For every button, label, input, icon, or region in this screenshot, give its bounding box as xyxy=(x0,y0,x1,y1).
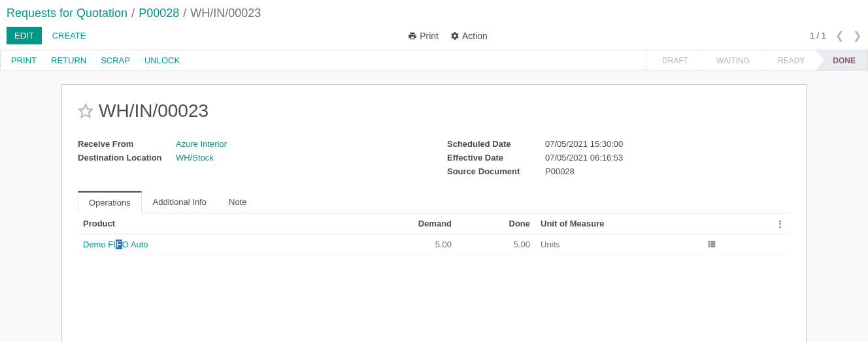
svg-rect-1 xyxy=(709,241,710,242)
effective-date-label: Effective Date xyxy=(447,153,545,163)
page-title: WH/IN/00023 xyxy=(99,101,209,121)
form-sheet-background: WH/IN/00023 Receive From Azure Interior … xyxy=(0,71,868,342)
effective-date-value: 07/05/2021 06:16:53 xyxy=(545,153,623,163)
col-demand[interactable]: Demand xyxy=(352,213,457,234)
source-doc-value: P00028 xyxy=(545,166,575,176)
status-step-waiting[interactable]: WAITING xyxy=(700,50,761,70)
tabs: OperationsAdditional InfoNote xyxy=(78,191,790,213)
status-step-ready[interactable]: READY xyxy=(761,50,816,70)
star-icon[interactable] xyxy=(78,103,93,119)
action-button[interactable]: Action xyxy=(450,31,488,41)
svg-rect-6 xyxy=(710,245,715,247)
breadcrumb-root[interactable]: Requests for Quotation xyxy=(7,7,127,20)
table-row: Demo FIFO Auto5.005.00Units xyxy=(78,234,790,255)
print-top-button[interactable]: Print xyxy=(408,31,439,41)
detailed-operations-icon[interactable] xyxy=(653,234,771,255)
receive-from-value[interactable]: Azure Interior xyxy=(176,139,227,149)
col-done[interactable]: Done xyxy=(457,213,535,234)
edit-button[interactable]: EDIT xyxy=(7,27,42,44)
demand-cell: 5.00 xyxy=(352,234,457,255)
product-cell[interactable]: Demo FIFO Auto xyxy=(78,234,352,255)
uom-cell: Units xyxy=(535,234,653,255)
form-sheet: WH/IN/00023 Receive From Azure Interior … xyxy=(61,84,807,342)
tab-operations[interactable]: Operations xyxy=(78,191,142,213)
destination-label: Destination Location xyxy=(78,153,176,163)
pager-prev-button[interactable]: ❮ xyxy=(835,29,844,42)
gear-icon xyxy=(450,31,459,40)
done-cell: 5.00 xyxy=(457,234,535,255)
breadcrumb: Requests for Quotation / P00028 / WH/IN/… xyxy=(0,0,868,24)
scrap-button[interactable]: SCRAP xyxy=(101,55,130,65)
unlock-button[interactable]: UNLOCK xyxy=(144,55,180,65)
status-step-done[interactable]: DONE xyxy=(816,50,867,70)
breadcrumb-current: WH/IN/00023 xyxy=(190,7,261,20)
scheduled-date-value: 07/05/2021 15:30:00 xyxy=(545,139,623,149)
breadcrumb-parent[interactable]: P00028 xyxy=(139,7,179,20)
operations-table: Product Demand Done Unit of Measure ⋮ De… xyxy=(78,213,790,255)
col-uom[interactable]: Unit of Measure xyxy=(535,213,653,234)
svg-rect-4 xyxy=(710,243,715,245)
scheduled-date-label: Scheduled Date xyxy=(447,139,545,149)
return-button[interactable]: RETURN xyxy=(51,55,86,65)
kebab-menu-button[interactable]: ⋮ xyxy=(771,213,790,234)
source-doc-label: Source Document xyxy=(447,166,545,176)
print-action-button[interactable]: PRINT xyxy=(11,55,37,65)
col-product[interactable]: Product xyxy=(78,213,352,234)
svg-rect-3 xyxy=(709,243,710,245)
tab-additional-info[interactable]: Additional Info xyxy=(142,191,218,213)
svg-marker-0 xyxy=(79,104,92,117)
svg-rect-5 xyxy=(709,245,710,247)
status-step-draft[interactable]: DRAFT xyxy=(646,50,700,70)
pager-next-button[interactable]: ❯ xyxy=(853,29,861,42)
text-cursor-highlight: F xyxy=(116,240,122,249)
printer-icon xyxy=(408,31,417,40)
control-panel: EDIT CREATE Print Action 1 / 1 ❮ ❯ xyxy=(0,24,868,50)
create-button[interactable]: CREATE xyxy=(52,31,86,40)
destination-value[interactable]: WH/Stock xyxy=(176,153,214,163)
breadcrumb-separator: / xyxy=(183,7,186,20)
pager: 1 / 1 xyxy=(810,31,826,40)
status-bar: PRINT RETURN SCRAP UNLOCK DRAFTWAITINGRE… xyxy=(0,50,868,71)
receive-from-label: Receive From xyxy=(78,139,176,149)
breadcrumb-separator: / xyxy=(131,7,135,20)
tab-note[interactable]: Note xyxy=(218,191,258,213)
svg-rect-2 xyxy=(710,241,715,242)
